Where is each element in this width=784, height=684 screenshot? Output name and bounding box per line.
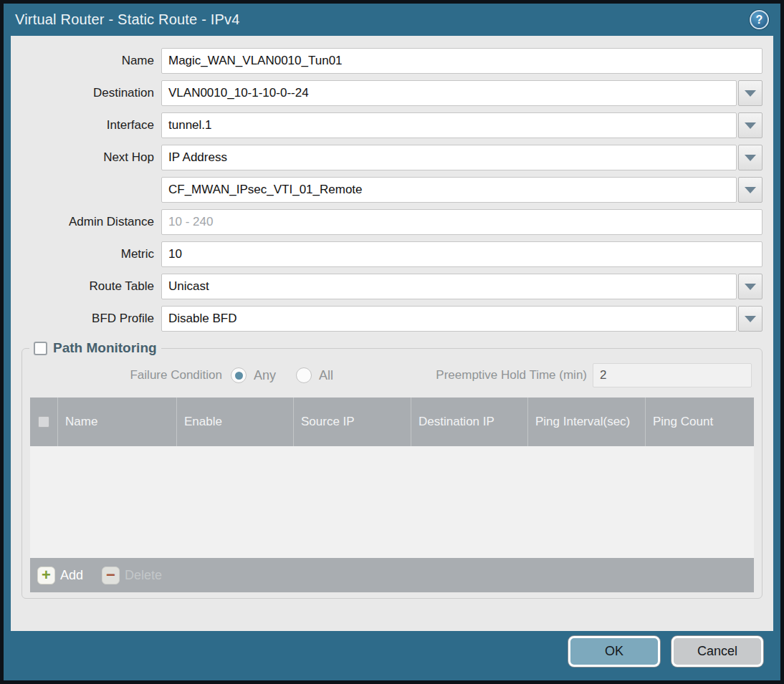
interface-input[interactable] (161, 112, 737, 138)
col-header-ping-interval: Ping Interval(sec) (527, 398, 645, 446)
next-hop-address-dropdown-button[interactable] (738, 177, 763, 203)
failure-option-any: Any (231, 367, 276, 383)
select-all-checkbox[interactable] (38, 416, 49, 428)
col-header-destination-ip: Destination IP (411, 398, 527, 446)
path-monitoring-section: Path Monitoring Failure Condition Any Al… (21, 340, 763, 599)
failure-condition-row: Failure Condition Any All Preemptive Hol… (27, 363, 757, 387)
form-row-name: Name (21, 48, 763, 74)
destination-input[interactable] (161, 80, 737, 106)
cancel-button[interactable]: Cancel (671, 636, 763, 667)
admin-distance-input[interactable] (161, 209, 763, 235)
failure-option-all: All (296, 367, 333, 383)
route-table-input[interactable] (161, 274, 737, 299)
plus-icon: + (37, 567, 55, 584)
dialog-title: Virtual Router - Static Route - IPv4 (15, 11, 240, 28)
delete-button-label: Delete (125, 568, 162, 583)
name-input[interactable] (161, 48, 763, 74)
interface-dropdown-button[interactable] (738, 112, 763, 138)
ok-button[interactable]: OK (568, 636, 660, 667)
form-row-route-table: Route Table (21, 274, 763, 299)
form-row-interface: Interface (21, 112, 763, 138)
preemptive-hold-label: Preemptive Hold Time (min) (353, 368, 593, 382)
route-table-label: Route Table (21, 279, 161, 294)
path-monitoring-title: Path Monitoring (53, 340, 157, 356)
static-route-dialog: Virtual Router - Static Route - IPv4 ? N… (0, 0, 784, 684)
col-header-ping-count: Ping Count (645, 398, 754, 446)
chevron-down-icon (745, 155, 756, 161)
col-header-enable: Enable (176, 398, 293, 446)
title-bar: Virtual Router - Static Route - IPv4 ? (4, 4, 780, 36)
path-monitoring-legend: Path Monitoring (29, 340, 161, 356)
failure-radio-all[interactable] (296, 367, 312, 383)
form-row-next-hop-value (21, 177, 763, 203)
form-row-destination: Destination (21, 80, 763, 106)
failure-radio-all-label: All (319, 368, 333, 383)
form-row-next-hop: Next Hop (21, 145, 763, 170)
table-body-empty (30, 446, 754, 558)
dialog-footer: OK Cancel (4, 631, 780, 680)
path-monitoring-table: Name Enable Source IP Destination IP Pin… (30, 398, 754, 592)
failure-radio-any-label: Any (254, 368, 276, 383)
admin-distance-label: Admin Distance (21, 215, 161, 229)
next-hop-address-input[interactable] (161, 177, 737, 203)
help-icon[interactable]: ? (750, 10, 769, 29)
form-row-admin-distance: Admin Distance (21, 209, 763, 235)
minus-icon: − (102, 567, 120, 584)
next-hop-label: Next Hop (21, 150, 161, 165)
next-hop-type-input[interactable] (161, 145, 737, 170)
form-row-metric: Metric (21, 241, 763, 267)
destination-dropdown-button[interactable] (738, 80, 763, 106)
form-row-bfd-profile: BFD Profile (21, 306, 763, 332)
path-monitoring-checkbox[interactable] (34, 342, 47, 355)
name-label: Name (21, 54, 161, 68)
chevron-down-icon (745, 187, 756, 193)
chevron-down-icon (745, 284, 756, 290)
interface-label: Interface (21, 118, 161, 133)
chevron-down-icon (745, 122, 756, 129)
delete-button[interactable]: − Delete (102, 567, 162, 584)
destination-label: Destination (21, 86, 161, 100)
bfd-profile-label: BFD Profile (21, 312, 161, 326)
help-icon-glyph: ? (756, 14, 763, 27)
failure-radio-any[interactable] (231, 367, 247, 383)
col-header-name: Name (57, 398, 176, 446)
failure-condition-label: Failure Condition (27, 368, 231, 382)
bfd-profile-dropdown-button[interactable] (738, 306, 763, 332)
dialog-body: Name Destination Interface (11, 36, 773, 631)
table-toolbar: + Add − Delete (30, 558, 754, 592)
add-button[interactable]: + Add (37, 567, 83, 584)
next-hop-dropdown-button[interactable] (738, 145, 763, 170)
chevron-down-icon (745, 90, 756, 97)
preemptive-hold-input[interactable] (593, 363, 752, 387)
chevron-down-icon (745, 316, 756, 322)
add-button-label: Add (60, 568, 83, 583)
bfd-profile-input[interactable] (161, 306, 737, 332)
col-header-source-ip: Source IP (293, 398, 411, 446)
table-header-row: Name Enable Source IP Destination IP Pin… (30, 398, 754, 446)
route-table-dropdown-button[interactable] (738, 274, 763, 299)
metric-input[interactable] (161, 241, 763, 267)
select-all-cell (30, 398, 57, 446)
metric-label: Metric (21, 247, 161, 261)
